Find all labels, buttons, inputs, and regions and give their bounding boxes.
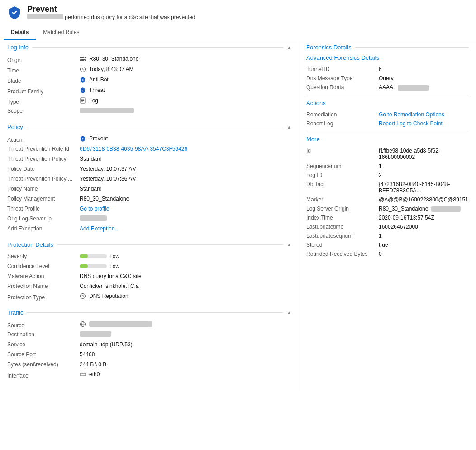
tunnel-id-row: Tunnel ID 6 [306, 65, 469, 74]
protection-name-row: Protection Name Conficker_sinkhole.TC.a [7, 282, 291, 292]
rounded-received-bytes-row: Rounded Received Bytes 0 [306, 249, 469, 259]
confidence-text: Low [109, 263, 119, 269]
blade-row: Blade B Anti-Bot [7, 75, 291, 86]
sequencenum-label: Sequencenum [306, 163, 379, 169]
orig-log-server-ip-label: Orig Log Server Ip [7, 215, 80, 222]
interface-label: Interface [7, 373, 80, 379]
right-panel: Forensics Details Advanced Forensics Det… [299, 40, 476, 391]
rounded-received-bytes-label: Rounded Received Bytes [306, 251, 379, 257]
db-tag-label: Db Tag [306, 181, 379, 194]
policy-date-label: Policy Date [7, 166, 80, 172]
db-tag-value: {472316B2-0B40-6145-B048-BFED78B3C5A... [379, 181, 469, 194]
tab-matched-rules[interactable]: Matched Rules [36, 25, 86, 40]
policy-collapse[interactable]: ▲ [287, 124, 291, 129]
confidence-bar-fill [80, 264, 88, 268]
server-icon [80, 56, 86, 62]
product-family-value: T Threat [80, 87, 291, 93]
action-value: P Prevent [80, 135, 291, 142]
remediation-row: Remediation Go to Remediation Options [306, 110, 469, 119]
service-label: Service [7, 341, 80, 348]
product-family-row: Product Family T Threat [7, 86, 291, 96]
confidence-level-row: Confidence Level Low [7, 262, 291, 272]
remediation-link[interactable]: Go to Remediation Options [379, 111, 444, 118]
protection-name-label: Protection Name [7, 283, 80, 289]
report-log-label: Report Log [306, 120, 379, 127]
type-value: Log [80, 97, 291, 104]
severity-bar [80, 254, 107, 258]
destination-label: Destination [7, 331, 80, 338]
app-icon [7, 5, 22, 20]
add-exception-value: Add Exception... [80, 225, 291, 232]
bytes-value: 244 B \ 0 B [80, 361, 291, 368]
origin-label: Origin [7, 57, 80, 63]
policy-line [27, 127, 283, 127]
threat-profile-label: Threat Profile [7, 206, 80, 212]
more-title: More [306, 136, 469, 143]
question-rdata-value: AAAA: [379, 84, 469, 91]
dns-reputation-icon: D [80, 293, 86, 299]
tunnel-id-label: Tunnel ID [306, 66, 379, 72]
lastupdatetime-label: Lastupdatetime [306, 224, 379, 230]
policy-header: Policy ▲ [7, 124, 291, 130]
type-label: Type [7, 99, 80, 105]
report-log-link[interactable]: Report Log to Check Point [379, 120, 443, 127]
db-tag-row: Db Tag {472316B2-0B40-6145-B048-BFED78B3… [306, 180, 469, 195]
id-label: Id [306, 148, 379, 160]
policy-management-label: Policy Management [7, 196, 80, 202]
dns-message-type-row: Dns Message Type Query [306, 74, 469, 83]
threat-prevention-policy-label: Threat Prevention Policy [7, 156, 80, 162]
svg-text:D: D [81, 295, 84, 298]
scope-value [80, 108, 291, 113]
id-row: Id f1ffbe98-10de-a5d8-5f62-166b00000002 [306, 146, 469, 162]
source-value [80, 321, 291, 327]
threat-rule-id-value: 6D673118-0B38-4635-98AA-3547C3F56426 [80, 146, 291, 152]
log-id-label: Log ID [306, 172, 379, 178]
question-rdata-label: Question Rdata [306, 84, 379, 91]
log-server-origin-row: Log Server Origin R80_30_Standalone [306, 204, 469, 213]
policy-name-value: Standard [80, 186, 291, 192]
scope-row: Scope [7, 106, 291, 116]
log-server-origin-text: R80_30_Standalone [379, 206, 428, 212]
report-log-value: Report Log to Check Point [379, 120, 469, 127]
log-server-origin-label: Log Server Origin [306, 206, 379, 212]
antibot-icon: B [80, 77, 86, 83]
threat-icon: T [80, 87, 86, 93]
prevent-icon: P [80, 135, 86, 142]
svg-line-6 [83, 70, 84, 71]
rdata-blurred [398, 85, 429, 91]
origin-value: R80_30_Standalone [80, 56, 291, 62]
protection-details-title: Protection Details [7, 241, 53, 248]
blade-label: Blade [7, 78, 80, 84]
rdata-prefix: AAAA: [379, 84, 395, 91]
threat-rule-id-link[interactable]: 6D673118-0B38-4635-98AA-3547C3F56426 [80, 146, 187, 152]
log-info-title: Log Info [7, 44, 29, 51]
hostname-blurred [27, 14, 63, 19]
threat-profile-link[interactable]: Go to profile [80, 206, 109, 212]
log-info-collapse[interactable]: ▲ [287, 45, 291, 50]
page-title: Prevent [27, 5, 195, 14]
svg-text:T: T [82, 89, 84, 92]
stored-row: Stored true [306, 240, 469, 249]
protection-details-collapse[interactable]: ▲ [287, 242, 291, 247]
log-server-origin-blurred [431, 206, 461, 212]
interface-value: eth0 [80, 371, 291, 378]
protection-details-line [57, 244, 283, 245]
threat-prevention-policy-date-row: Threat Prevention Policy ... Yesterday, … [7, 174, 291, 184]
interface-icon [80, 371, 86, 378]
threat-prevention-policy-date-value: Yesterday, 10:07:36 AM [80, 176, 291, 182]
protection-name-value: Conficker_sinkhole.TC.a [80, 283, 291, 289]
id-value: f1ffbe98-10de-a5d8-5f62-166b00000002 [379, 148, 469, 160]
tunnel-id-value: 6 [379, 66, 469, 72]
tab-details[interactable]: Details [4, 25, 36, 40]
log-info-header: Log Info ▲ [7, 44, 291, 51]
lastupdateseqnum-label: Lastupdateseqnum [306, 233, 379, 239]
traffic-header: Traffic ▲ [7, 309, 291, 316]
severity-value: Low [80, 253, 291, 259]
traffic-collapse[interactable]: ▲ [287, 310, 291, 315]
more-divider [306, 132, 469, 132]
policy-management-row: Policy Management R80_30_Standalone [7, 194, 291, 204]
source-label: Source [7, 322, 80, 329]
protection-details-header: Protection Details ▲ [7, 241, 291, 248]
add-exception-link[interactable]: Add Exception... [80, 225, 119, 232]
remediation-label: Remediation [306, 111, 379, 118]
